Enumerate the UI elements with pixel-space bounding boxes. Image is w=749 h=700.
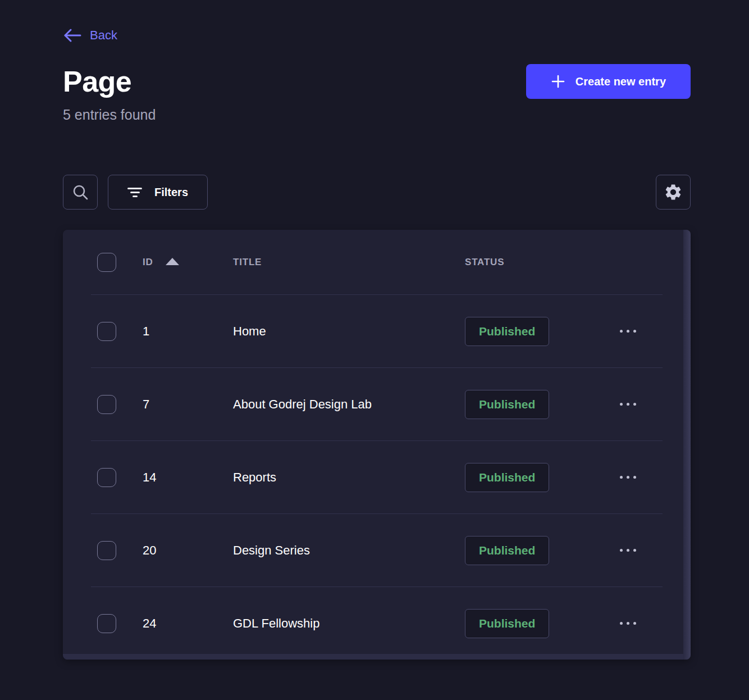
cell-title: Reports xyxy=(233,470,465,485)
row-checkbox[interactable] xyxy=(97,614,116,633)
row-actions-button[interactable] xyxy=(612,316,643,347)
cell-id: 1 xyxy=(143,324,233,339)
status-badge: Published xyxy=(465,463,549,492)
cell-id: 24 xyxy=(143,616,233,631)
horizontal-scrollbar[interactable] xyxy=(63,654,683,660)
entries-count: 5 entries found xyxy=(63,107,691,123)
ellipsis-icon xyxy=(620,403,636,406)
table-row[interactable]: 14 Reports Published xyxy=(63,441,691,513)
cell-id: 14 xyxy=(143,470,233,485)
sort-ascending-icon xyxy=(166,258,179,265)
table-row[interactable]: 20 Design Series Published xyxy=(63,514,691,587)
table-body: 1 Home Published 7 About Godrej Design L… xyxy=(63,294,691,660)
status-badge: Published xyxy=(465,536,549,565)
table-row[interactable]: 1 Home Published xyxy=(63,295,691,367)
entries-table: ID TITLE STATUS 1 Home Published 7 About… xyxy=(63,230,691,660)
cell-title: Home xyxy=(233,324,465,339)
row-actions-button[interactable] xyxy=(612,462,643,493)
plus-icon xyxy=(551,74,565,89)
row-checkbox[interactable] xyxy=(97,468,116,487)
search-button[interactable] xyxy=(63,175,98,210)
column-header-status[interactable]: STATUS xyxy=(465,257,577,268)
toolbar: Filters xyxy=(63,175,691,210)
row-actions-button[interactable] xyxy=(612,389,643,420)
column-header-id[interactable]: ID xyxy=(143,257,233,268)
filters-button[interactable]: Filters xyxy=(108,175,208,210)
filter-lines-icon xyxy=(127,188,142,197)
page-header: Page Create new entry xyxy=(63,64,691,99)
back-link[interactable]: Back xyxy=(63,28,117,43)
ellipsis-icon xyxy=(620,330,636,333)
cell-id: 7 xyxy=(143,397,233,412)
cell-status: Published xyxy=(465,390,577,419)
column-id-label: ID xyxy=(143,257,153,268)
table-row[interactable]: 7 About Godrej Design Lab Published xyxy=(63,368,691,440)
cell-status: Published xyxy=(465,317,577,346)
row-checkbox[interactable] xyxy=(97,541,116,560)
cell-title: About Godrej Design Lab xyxy=(233,397,465,412)
page-title: Page xyxy=(63,65,131,98)
back-arrow-icon xyxy=(63,28,82,43)
table-header-row: ID TITLE STATUS xyxy=(63,230,691,294)
ellipsis-icon xyxy=(620,476,636,479)
table-row[interactable]: 24 GDL Fellowship Published xyxy=(63,587,691,660)
content-manager-list-view: Back Page Create new entry 5 entries fou… xyxy=(63,0,691,660)
ellipsis-icon xyxy=(620,549,636,552)
cell-id: 20 xyxy=(143,543,233,558)
row-actions-button[interactable] xyxy=(612,608,643,639)
create-entry-button[interactable]: Create new entry xyxy=(526,64,691,99)
status-badge: Published xyxy=(465,609,549,638)
settings-button[interactable] xyxy=(656,175,691,210)
row-actions-button[interactable] xyxy=(612,535,643,566)
cell-status: Published xyxy=(465,536,577,565)
status-badge: Published xyxy=(465,390,549,419)
column-header-title[interactable]: TITLE xyxy=(233,257,465,268)
vertical-scrollbar[interactable] xyxy=(683,230,691,660)
cell-title: Design Series xyxy=(233,543,465,558)
ellipsis-icon xyxy=(620,622,636,625)
status-badge: Published xyxy=(465,317,549,346)
filters-label: Filters xyxy=(154,186,188,199)
row-checkbox[interactable] xyxy=(97,322,116,341)
search-icon xyxy=(71,183,89,201)
row-checkbox[interactable] xyxy=(97,395,116,414)
create-entry-label: Create new entry xyxy=(576,75,666,88)
cell-status: Published xyxy=(465,463,577,492)
cell-status: Published xyxy=(465,609,577,638)
cell-title: GDL Fellowship xyxy=(233,616,465,631)
select-all-checkbox[interactable] xyxy=(97,253,116,272)
back-label: Back xyxy=(90,28,117,43)
gear-icon xyxy=(664,183,683,202)
